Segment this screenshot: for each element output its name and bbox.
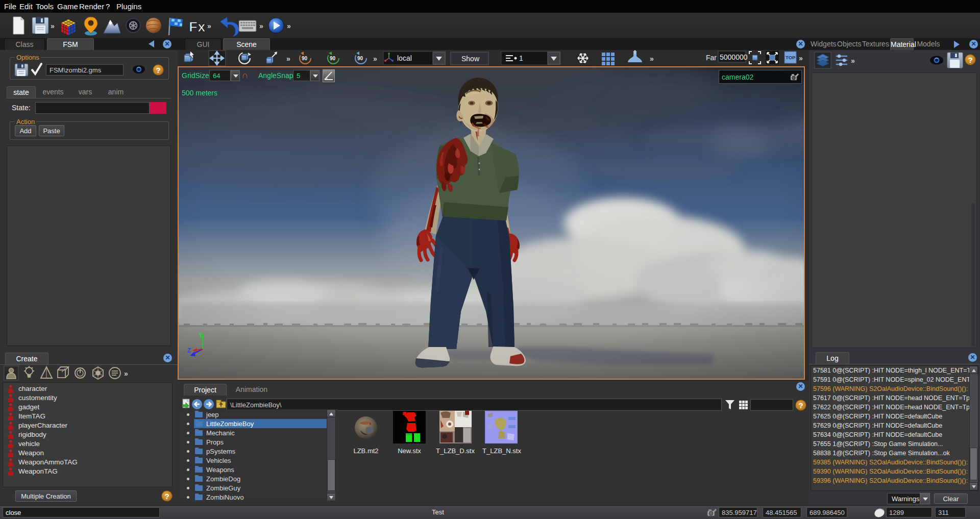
svg-text:»: » [650, 55, 654, 63]
svg-text:5000000: 5000000 [720, 53, 748, 61]
svg-text:Fx: Fx [189, 19, 206, 35]
svg-text:TOP: TOP [786, 55, 796, 60]
svg-text:»: » [373, 55, 377, 63]
svg-text:1: 1 [519, 54, 523, 62]
svg-text:Show: Show [461, 55, 480, 63]
svg-text:»: » [799, 54, 803, 62]
svg-text:»: » [286, 55, 290, 63]
svg-text:Z: Z [187, 347, 191, 354]
svg-text:90: 90 [357, 56, 363, 61]
svg-text:»: » [124, 369, 128, 378]
svg-text:90: 90 [330, 56, 336, 61]
svg-text:»: » [287, 22, 291, 30]
svg-text:90: 90 [302, 56, 308, 61]
svg-text:Y: Y [199, 332, 203, 339]
svg-text:»: » [51, 22, 55, 30]
svg-text:»: » [851, 57, 855, 65]
svg-text:»: » [259, 22, 263, 30]
svg-text:»: » [207, 22, 211, 30]
svg-text:Far: Far [706, 54, 717, 62]
svg-text:local: local [397, 54, 412, 62]
